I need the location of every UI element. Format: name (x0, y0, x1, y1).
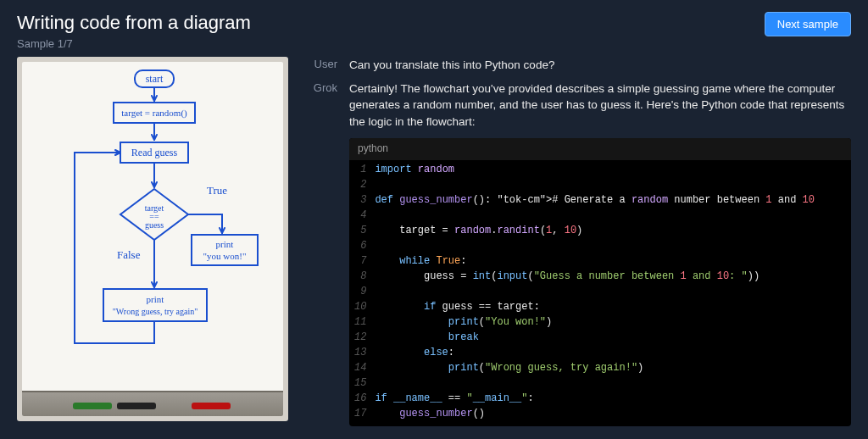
content-body: start target = random() Read guess (0, 57, 868, 436)
conversation: User Can you translate this into Python … (303, 57, 851, 436)
assistant-message: Certainly! The flowchart you've provided… (349, 81, 851, 436)
svg-text:"Wrong guess, try again": "Wrong guess, try again" (113, 307, 198, 316)
svg-text:True: True (207, 184, 227, 197)
marker-black (117, 403, 156, 409)
sample-image: start target = random() Read guess (17, 57, 288, 436)
assistant-turn: Grok Certainly! The flowchart you've pro… (303, 81, 851, 436)
code-lines: import random def guess_number(): "tok-c… (375, 162, 851, 421)
assistant-intro: Certainly! The flowchart you've provided… (349, 81, 851, 131)
code-language-label: python (349, 138, 851, 159)
svg-text:Read guess: Read guess (131, 147, 178, 158)
assistant-outro: This code will run the guessing game as … (349, 435, 851, 436)
header: Writing code from a diagram Sample 1/7 N… (0, 0, 868, 57)
user-turn: User Can you translate this into Python … (303, 57, 851, 74)
whiteboard-tray (22, 391, 283, 416)
user-message: Can you translate this into Python code? (349, 57, 851, 74)
svg-text:"you won!": "you won!" (203, 251, 247, 261)
next-sample-button[interactable]: Next sample (765, 12, 851, 36)
svg-text:start: start (146, 73, 164, 85)
flowchart-svg: start target = random() Read guess (22, 62, 283, 416)
title-block: Writing code from a diagram Sample 1/7 (17, 12, 251, 50)
whiteboard-surface: start target = random() Read guess (22, 62, 283, 416)
svg-text:print: print (216, 239, 234, 249)
code-body: 1234567891011121314151617 import random … (349, 160, 851, 426)
sample-counter: Sample 1/7 (17, 37, 251, 50)
svg-text:print: print (147, 294, 164, 304)
svg-text:target = random(): target = random() (121, 108, 187, 119)
code-block: python 1234567891011121314151617 import … (349, 138, 851, 425)
svg-text:False: False (117, 248, 141, 261)
role-label-assistant: Grok (303, 81, 337, 436)
role-label-user: User (303, 57, 337, 74)
whiteboard-frame: start target = random() Read guess (17, 57, 288, 421)
marker-red (192, 403, 231, 409)
code-gutter: 1234567891011121314151617 (349, 162, 375, 421)
marker-green (73, 403, 112, 409)
svg-text:guess: guess (145, 220, 164, 230)
page-title: Writing code from a diagram (17, 12, 251, 34)
